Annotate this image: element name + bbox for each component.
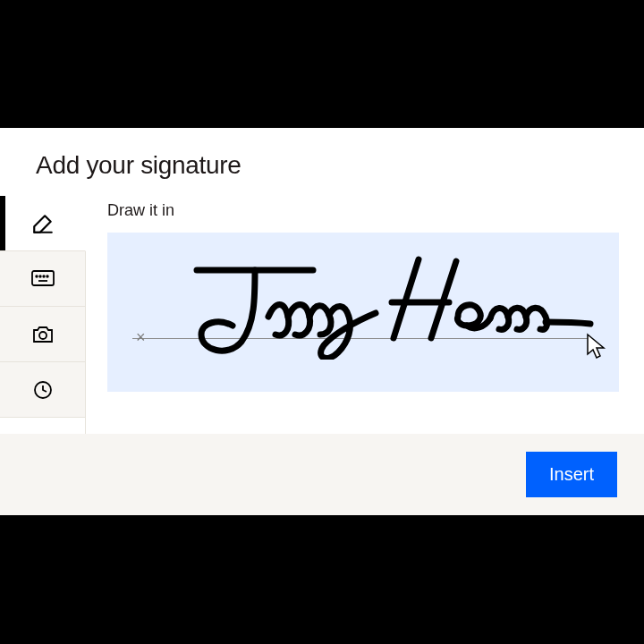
clock-icon xyxy=(32,379,54,401)
svg-rect-0 xyxy=(32,271,54,285)
signature-canvas[interactable]: × xyxy=(107,233,619,392)
clear-signature-button[interactable]: × xyxy=(136,329,146,345)
mouse-cursor-icon xyxy=(586,333,607,363)
signature-method-tabs xyxy=(0,196,86,434)
insert-button[interactable]: Insert xyxy=(526,452,617,497)
keyboard-icon xyxy=(31,270,55,288)
svg-point-2 xyxy=(39,275,41,277)
tab-upload[interactable] xyxy=(0,307,85,362)
dialog-body: Draw it in × xyxy=(0,196,644,434)
tab-draw[interactable] xyxy=(0,196,86,251)
svg-point-1 xyxy=(36,275,38,277)
dialog-title: Add your signature xyxy=(36,151,608,180)
tab-saved[interactable] xyxy=(0,362,85,418)
drawn-signature xyxy=(170,252,599,360)
signature-panel: Draw it in × xyxy=(86,196,644,434)
svg-point-6 xyxy=(39,332,47,339)
dialog-header: Add your signature xyxy=(0,128,644,196)
panel-subtitle: Draw it in xyxy=(107,201,619,220)
dialog-footer: Insert xyxy=(0,434,644,515)
signature-dialog: Add your signature xyxy=(0,128,644,515)
svg-point-3 xyxy=(43,275,45,277)
pencil-icon xyxy=(31,212,55,235)
svg-point-4 xyxy=(47,275,48,277)
camera-icon xyxy=(31,325,55,344)
tab-type[interactable] xyxy=(0,251,85,307)
